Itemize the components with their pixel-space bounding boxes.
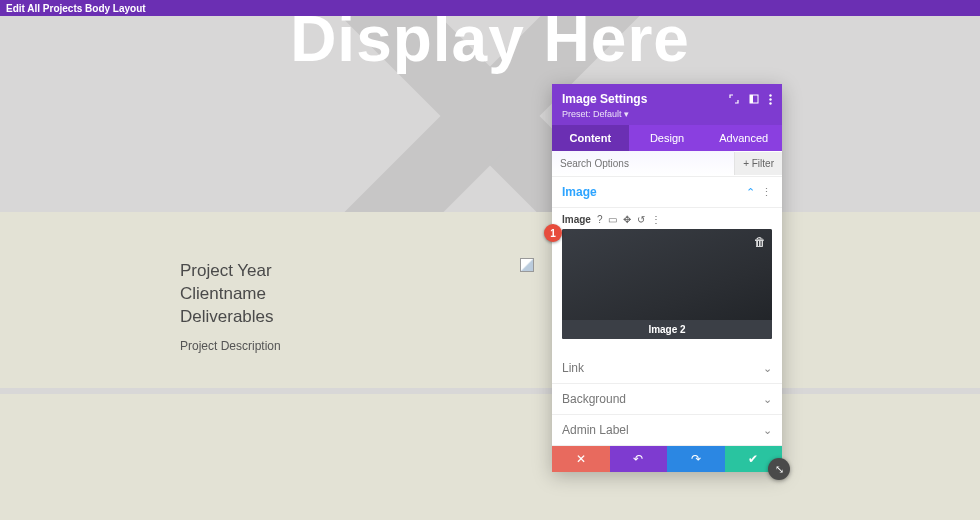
- section-link-title: Link: [562, 361, 584, 375]
- svg-point-3: [769, 98, 771, 100]
- search-row: + Filter: [552, 151, 782, 177]
- editor-top-bar-title: Edit All Projects Body Layout: [6, 3, 146, 14]
- page-canvas: Edit All Projects Body Layout Display He…: [0, 0, 980, 520]
- lower-divider: [0, 388, 980, 394]
- image-preview-caption: Image 2: [562, 320, 772, 339]
- panel-title: Image Settings: [562, 92, 647, 106]
- section-image-header[interactable]: Image ⌃⋮: [552, 177, 782, 208]
- filter-button[interactable]: + Filter: [734, 152, 782, 175]
- panel-preset[interactable]: Preset: Default ▾: [562, 109, 772, 119]
- section-admin-label-header[interactable]: Admin Label ⌄: [552, 415, 782, 446]
- more-icon[interactable]: ⋮: [761, 186, 772, 199]
- resize-handle[interactable]: ⤡: [768, 458, 790, 480]
- section-image-body: Image ? ▭ ✥ ↺ ⋮ 🗑 Image 2: [552, 208, 782, 353]
- image-settings-panel: Image Settings Preset: Default ▾: [552, 84, 782, 472]
- undo-button[interactable]: ↶: [610, 446, 668, 472]
- panel-tabs: Content Design Advanced: [552, 125, 782, 151]
- field-project-year: Project Year: [180, 260, 540, 283]
- tablet-icon[interactable]: ▭: [608, 214, 617, 225]
- field-clientname: Clientname: [180, 283, 540, 306]
- hover-icon[interactable]: ✥: [623, 214, 631, 225]
- snap-icon[interactable]: [749, 94, 759, 105]
- hero-headline: Display Here: [0, 16, 980, 76]
- section-admin-label-title: Admin Label: [562, 423, 629, 437]
- discard-button[interactable]: ✕: [552, 446, 610, 472]
- close-icon: ✕: [576, 452, 586, 466]
- field-deliverables: Deliverables: [180, 306, 540, 329]
- project-meta-block: Project Year Clientname Deliverables Pro…: [180, 260, 540, 353]
- project-description-label: Project Description: [180, 339, 540, 353]
- undo-icon: ↶: [633, 452, 643, 466]
- section-background-header[interactable]: Background ⌄: [552, 384, 782, 415]
- redo-icon: ↷: [691, 452, 701, 466]
- image-preview[interactable]: 🗑 Image 2: [562, 229, 772, 339]
- filter-label: Filter: [752, 158, 774, 169]
- more-icon[interactable]: [769, 94, 772, 105]
- tab-advanced[interactable]: Advanced: [705, 125, 782, 151]
- chevron-down-icon: ⌄: [763, 424, 772, 437]
- step-badge-1: 1: [544, 224, 562, 242]
- section-background-title: Background: [562, 392, 626, 406]
- expand-icon[interactable]: [729, 94, 739, 105]
- hero-section: Display Here: [0, 16, 980, 212]
- section-image-title: Image: [562, 185, 597, 199]
- chevron-down-icon: ⌄: [763, 362, 772, 375]
- chevron-down-icon: ⌄: [763, 393, 772, 406]
- image-field-label: Image: [562, 214, 591, 225]
- broken-image-icon[interactable]: [520, 258, 534, 272]
- reset-icon[interactable]: ↺: [637, 214, 645, 225]
- chevron-down-icon: ▾: [624, 109, 629, 119]
- tab-design[interactable]: Design: [629, 125, 706, 151]
- editor-top-bar: Edit All Projects Body Layout: [0, 0, 980, 16]
- panel-action-bar: ✕ ↶ ↷ ✔: [552, 446, 782, 472]
- svg-rect-1: [750, 95, 753, 103]
- tab-content[interactable]: Content: [552, 125, 629, 151]
- help-icon[interactable]: ?: [597, 214, 603, 225]
- search-input[interactable]: [552, 151, 734, 176]
- svg-point-2: [769, 94, 771, 96]
- svg-point-4: [769, 102, 771, 104]
- more-icon[interactable]: ⋮: [651, 214, 661, 225]
- preset-label: Preset:: [562, 109, 591, 119]
- check-icon: ✔: [748, 452, 758, 466]
- preset-value: Default: [593, 109, 622, 119]
- plus-icon: +: [743, 158, 752, 169]
- chevron-up-icon: ⌃: [746, 186, 755, 199]
- panel-header[interactable]: Image Settings Preset: Default ▾: [552, 84, 782, 125]
- project-fields: Project Year Clientname Deliverables: [180, 260, 540, 329]
- trash-icon[interactable]: 🗑: [754, 235, 766, 249]
- redo-button[interactable]: ↷: [667, 446, 725, 472]
- section-link-header[interactable]: Link ⌄: [552, 353, 782, 384]
